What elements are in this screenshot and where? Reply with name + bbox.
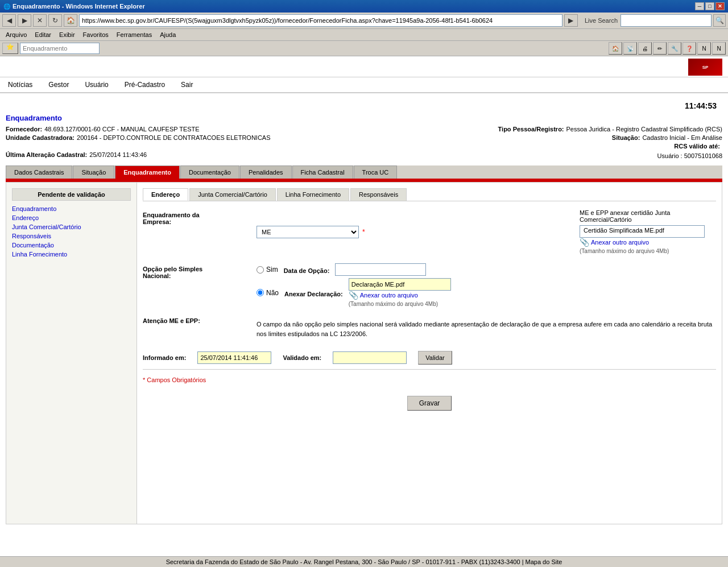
stop-button[interactable]: ✕ [33,14,47,27]
home-button[interactable]: 🏠 [64,14,77,27]
fornecedor-row: Fornecedor: 48.693.127/0001-60 CCF - MAN… [6,126,722,133]
fornecedor-label: Fornecedor: [6,126,42,133]
sub-tab-responsaveis[interactable]: Responsáveis [350,188,407,201]
menu-favoritos[interactable]: Favoritos [80,30,112,39]
nav-noticias[interactable]: Notícias [6,80,35,90]
tipo-pessoa-label: Tipo Pessoa/Registro: [498,126,564,133]
sub-tab-endereco[interactable]: Endereço [143,188,188,201]
tipo-pessoa-value: Pessoa Juridica - Registro Cadastral Sim… [566,126,722,133]
window-title: Enquadramento - Windows Internet Explore… [13,3,145,10]
enquadramento-empresa-control: ME EPP Outros * [257,209,365,254]
restore-button[interactable]: □ [705,2,714,10]
usuario-label: Usuário : [657,152,682,159]
home-icon-btn[interactable]: 🏠 [609,42,622,55]
sidebar-link-documentacao[interactable]: Documentação [12,242,131,249]
menu-ajuda[interactable]: Ajuda [156,30,179,39]
page-content: 11:44:53 Enquadramento Fornecedor: 48.69… [0,93,728,529]
data-opcao-field[interactable] [335,263,426,276]
extra2-icon-btn[interactable]: N [712,42,726,55]
search-input[interactable] [621,14,712,27]
tab-enquadramento[interactable]: Enquadramento [115,165,180,179]
tamanho-maximo-declaracao: (Tamanho máximo do arquivo 4Mb) [349,301,451,307]
address-bar[interactable] [79,14,562,27]
validado-label: Validado em: [283,354,321,361]
rss-icon-btn[interactable]: 📡 [623,42,637,55]
menu-editar[interactable]: Editar [31,30,55,39]
nav-pre-cadastro[interactable]: Pré-Cadastro [122,80,167,90]
simples-nacional-control: Sim Data de Opção: Não Anexar Declaração [257,263,451,307]
live-search-label: Live Search [585,17,618,24]
menu-ferramentas[interactable]: Ferramentas [113,30,155,39]
menu-arquivo[interactable]: Arquivo [2,30,30,39]
sidebar-link-junta-comercial[interactable]: Junta Comercial/Cartório [12,224,131,230]
ultima-alteracao-value: 25/07/2014 11:43:46 [89,151,147,158]
tab-ficha-cadastral[interactable]: Ficha Cadastral [292,165,353,179]
help-icon-btn[interactable]: ❓ [682,42,696,55]
required-note: * Campos Obrigatórios [143,376,716,383]
search-button[interactable]: 🔍 [713,14,726,27]
print-icon-btn[interactable]: 🖨 [638,42,652,55]
validar-button[interactable]: Validar [418,351,452,365]
me-epp-label: ME e EPP anexar certidão JuntaComercial/… [580,209,716,223]
nao-option: Não [257,289,279,297]
simples-nacional-label: Opção pelo SimplesNacional: [143,263,257,279]
tools-icon-btn[interactable]: 🔧 [668,42,681,55]
anexar-declaracao-link[interactable]: 📎 Anexar outro arquivo [349,291,451,300]
minimize-button[interactable]: ─ [695,2,704,10]
sidebar-link-responsaveis[interactable]: Responsáveis [12,233,131,239]
edit-icon-btn[interactable]: ✏ [653,42,667,55]
favorites-input[interactable] [20,43,100,54]
tab-bar-button[interactable]: ⭐ [2,43,18,54]
gravar-button[interactable]: Gravar [407,396,452,411]
content-area: Pendente de validação Enquadramento Ende… [6,182,722,524]
sidebar-link-endereco[interactable]: Endereço [12,214,131,221]
unidade-value: 200164 - DEPTO.CONTROLE DE CONTRATACOES … [77,134,270,141]
form-area: Endereço Junta Comercial/Cartório Linha … [137,183,722,524]
sidebar-link-linha-fornecimento[interactable]: Linha Fornecimento [12,251,131,258]
atencao-label: Atenção ME e EPP: [143,315,257,324]
tab-documentacao[interactable]: Documentação [180,165,239,179]
sidebar-link-enquadramento[interactable]: Enquadramento [12,205,131,212]
validado-field[interactable] [333,351,407,364]
sidebar: Pendente de validação Enquadramento Ende… [6,183,137,524]
atencao-label-col: Atenção ME e EPP: [143,315,257,343]
gravar-container: Gravar [143,390,716,411]
simples-nacional-row: Opção pelo SimplesNacional: Sim Data de … [143,263,716,307]
tab-penalidades[interactable]: Penalidades [240,165,292,179]
radio-nao[interactable] [257,289,264,296]
rcs-row: RCS válido até: [6,143,722,150]
go-button[interactable]: ▶ [564,14,578,27]
sub-tab-junta-comercial[interactable]: Junta Comercial/Cartório [189,188,276,201]
main-scroll-area: SP Notícias Gestor Usuário Pré-Cadastro … [0,56,728,544]
sub-tabs: Endereço Junta Comercial/Cartório Linha … [143,188,716,201]
unidade-row: Unidade Cadastradora: 200164 - DEPTO.CON… [6,134,722,141]
extra-icon-btn[interactable]: N [697,42,711,55]
forward-button[interactable]: ▶ [18,14,31,27]
certidao-area: ME e EPP anexar certidão JuntaComercial/… [568,209,716,254]
anexar-declaracao-label: Anexar Declaração: [284,288,343,297]
nav-usuario[interactable]: Usuário [82,80,110,90]
time-display: 11:44:53 [6,98,722,114]
back-button[interactable]: ◀ [2,14,16,27]
situacao-label: Situação: [612,134,640,141]
data-opcao-label: Data de Opção: [284,265,330,274]
form-separator [143,369,716,370]
favorites-toolbar: ⭐ 🏠 📡 🖨 ✏ 🔧 ❓ N N [0,41,728,56]
nav-sair[interactable]: Sair [179,80,195,90]
unidade-label: Unidade Cadastradora: [6,134,75,141]
toolbar-icons: 🏠 📡 🖨 ✏ 🔧 ❓ N N [609,42,726,55]
nav-gestor[interactable]: Gestor [46,80,71,90]
tab-situacao[interactable]: Situação [73,165,114,179]
informado-validado-row: Informado em: Validado em: Validar [143,351,716,365]
radio-sim[interactable] [257,266,264,274]
close-button[interactable]: ✕ [715,2,725,10]
sidebar-title: Pendente de validação [12,188,131,201]
refresh-button[interactable]: ↻ [48,14,62,27]
tab-dados-cadastrais[interactable]: Dados Cadastrais [6,165,72,179]
logo-area: SP [0,56,728,77]
tab-troca-uc[interactable]: Troca UC [354,165,398,179]
sub-tab-linha-fornecimento[interactable]: Linha Fornecimento [277,188,349,201]
menu-exibir[interactable]: Exibir [56,30,78,39]
anexar-certidao-link[interactable]: 📎 Anexar outro arquivo [580,238,716,247]
enquadramento-empresa-select[interactable]: ME EPP Outros [257,226,359,238]
